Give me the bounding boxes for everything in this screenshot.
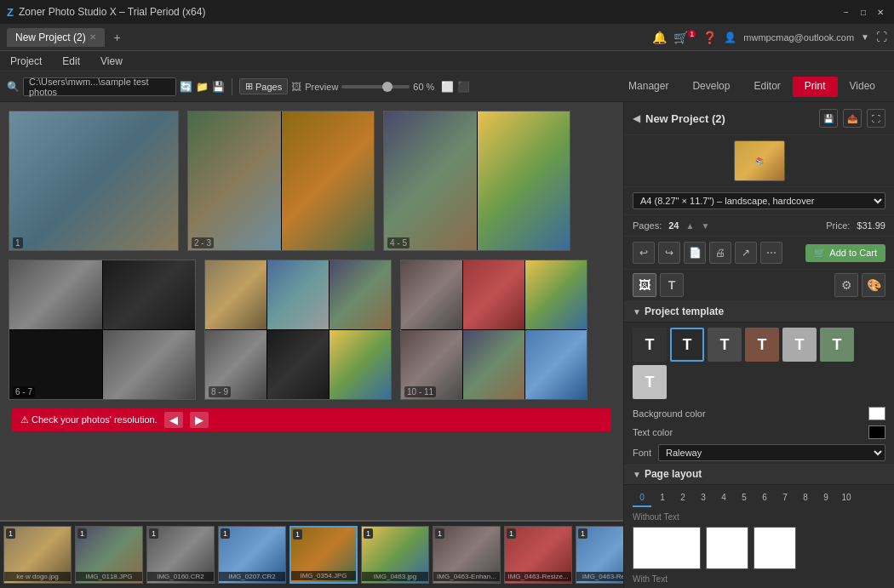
page-add-button[interactable]: 📄 (684, 242, 706, 264)
tab-video[interactable]: Video (838, 77, 887, 97)
font-select[interactable]: Raleway (658, 444, 885, 461)
layout-tab-1[interactable]: 1 (653, 488, 672, 507)
print-button[interactable]: 🖨 (709, 242, 731, 264)
page-thumb-4-5[interactable]: 4 - 5 (383, 111, 570, 251)
template-2[interactable]: T (708, 328, 742, 362)
bg-color-swatch[interactable] (868, 407, 885, 420)
add-to-cart-button[interactable]: 🛒 Add to Cart (805, 244, 885, 262)
layout-tab-2[interactable]: 2 (673, 488, 692, 507)
strip-thumb-7[interactable]: 1 IMG_0463-Resize... (504, 526, 572, 584)
layout-tab-4[interactable]: 4 (714, 488, 733, 507)
refresh-icon[interactable]: 🔄 (180, 81, 192, 93)
strip-thumb-6[interactable]: 1 IMG_0463-Enhan... (433, 526, 501, 584)
zoom-slider[interactable] (341, 85, 410, 88)
panel-export-icon[interactable]: 📤 (843, 109, 862, 128)
path-bar[interactable]: C:\Users\mwm...\sample test photos (23, 77, 176, 96)
warning-text: ⚠ Check your photos' resolution. (20, 414, 158, 425)
pages-stepper-down[interactable]: ▼ (701, 221, 709, 231)
add-tab-button[interactable]: + (108, 28, 127, 47)
panel-fullscreen-icon[interactable]: ⛶ (867, 109, 885, 128)
menu-bar: Project Edit View (0, 51, 894, 71)
format-select[interactable]: A4 (8.27" × 11.7") – landscape, hardcove… (633, 192, 885, 209)
page-thumb-2-3[interactable]: 2 - 3 (187, 111, 375, 251)
tab-close-icon[interactable]: ✕ (89, 32, 96, 42)
strip-thumb-3[interactable]: 1 IMG_0207.CR2 (218, 526, 286, 584)
fit-page-icon[interactable]: ⬛ (457, 81, 470, 93)
layout-tab-10[interactable]: 10 (837, 488, 856, 507)
strip-thumb-1[interactable]: 1 IMG_0118.JPG (75, 526, 143, 584)
strip-thumb-4[interactable]: 1 IMG_0354.JPG (289, 526, 358, 584)
layout-tab-0[interactable]: 0 (633, 488, 651, 507)
template-0[interactable]: T (633, 328, 667, 362)
template-4[interactable]: T (782, 328, 817, 362)
minimize-button[interactable]: − (840, 5, 853, 19)
panel-back-button[interactable]: ◀ (633, 112, 640, 124)
panel-title: New Project (2) (645, 112, 814, 125)
help-icon[interactable]: ❓ (702, 31, 717, 44)
template-3[interactable]: T (745, 328, 779, 362)
tab-print[interactable]: Print (793, 77, 838, 97)
page-thumb-6-7[interactable]: 6 - 7 (9, 260, 196, 400)
menu-project[interactable]: Project (7, 54, 45, 69)
strip-thumb-8[interactable]: 1 IMG_0463-Resize (576, 526, 623, 584)
layout-tab-9[interactable]: 9 (817, 488, 835, 507)
layout-tab-3[interactable]: 3 (694, 488, 713, 507)
panel-tab-image[interactable]: 🖼 (633, 273, 656, 297)
page-thumb-1[interactable]: 1 (9, 111, 179, 251)
close-button[interactable]: ✕ (874, 5, 887, 19)
pages-area[interactable]: 1 2 - 3 (0, 102, 623, 520)
layout-item-1[interactable] (706, 527, 748, 569)
photo-strip[interactable]: 1 ke w dogo.jpg 1 IMG_0118.JPG 1 IMG_016… (0, 520, 623, 588)
strip-thumb-5[interactable]: 1 IMG_0463.jpg (361, 526, 429, 584)
tab-develop[interactable]: Develop (680, 77, 742, 97)
notification-bell-icon[interactable]: 🔔 (652, 31, 667, 44)
pages-button[interactable]: ⊞ Pages (239, 78, 288, 94)
user-icon[interactable]: 👤 (724, 31, 736, 43)
panel-tab-text[interactable]: T (660, 273, 684, 297)
layout-tab-8[interactable]: 8 (796, 488, 815, 507)
page-layout-header[interactable]: ▼ Page layout (624, 464, 894, 485)
page-thumb-10-11[interactable]: 10 - 11 (400, 260, 587, 400)
user-dropdown-icon[interactable]: ▼ (861, 32, 869, 42)
warning-prev-button[interactable]: ◀ (164, 412, 183, 428)
layout-tab-5[interactable]: 5 (735, 488, 754, 507)
text-color-swatch[interactable] (868, 425, 885, 439)
menu-edit[interactable]: Edit (59, 54, 83, 69)
layout-tab-6[interactable]: 6 (755, 488, 774, 507)
strip-badge-6: 1 (435, 528, 444, 539)
fit-width-icon[interactable]: ⬜ (441, 81, 454, 93)
tab-editor[interactable]: Editor (742, 77, 792, 97)
share-button[interactable]: ↗ (735, 242, 757, 264)
template-1[interactable]: T (670, 328, 704, 362)
strip-thumb-0[interactable]: 1 ke w dogo.jpg (3, 526, 72, 584)
undo-button[interactable]: ↩ (633, 242, 655, 264)
project-template-header[interactable]: ▼ Project template (624, 301, 894, 323)
cart-icon[interactable]: 🛒1 (673, 30, 696, 44)
strip-badge-8: 1 (578, 528, 587, 539)
pages-label: Pages: (633, 220, 662, 231)
import-icon[interactable]: 💾 (212, 81, 225, 93)
maximize-button[interactable]: □ (857, 5, 870, 19)
panel-save-icon[interactable]: 💾 (819, 109, 838, 128)
panel-options-button[interactable]: ⚙ (834, 273, 858, 297)
fullscreen-icon[interactable]: ⛶ (876, 31, 887, 43)
warning-next-button[interactable]: ▶ (190, 412, 209, 428)
panel-layout-button[interactable]: 🎨 (862, 273, 885, 297)
format-section: A4 (8.27" × 11.7") – landscape, hardcove… (624, 187, 894, 215)
redo-button[interactable]: ↪ (658, 242, 680, 264)
layout-item-0[interactable] (633, 527, 701, 569)
tab-manager[interactable]: Manager (616, 77, 680, 97)
menu-view[interactable]: View (97, 54, 126, 69)
layout-item-2[interactable] (754, 527, 796, 569)
pages-stepper-up[interactable]: ▲ (686, 221, 695, 231)
page-thumb-8-9[interactable]: 8 - 9 (204, 260, 392, 400)
more-button[interactable]: ⋯ (760, 242, 782, 264)
layout-tab-7[interactable]: 7 (776, 488, 794, 507)
template-5[interactable]: T (820, 328, 854, 362)
template-6[interactable]: T (633, 365, 667, 399)
price-label: Price: (826, 220, 850, 231)
strip-label-6: IMG_0463-Enhan... (433, 572, 500, 581)
strip-thumb-2[interactable]: 1 IMG_0160.CR2 (146, 526, 215, 584)
folder-icon[interactable]: 📁 (196, 81, 209, 93)
project-tab[interactable]: New Project (2) ✕ (7, 28, 105, 47)
